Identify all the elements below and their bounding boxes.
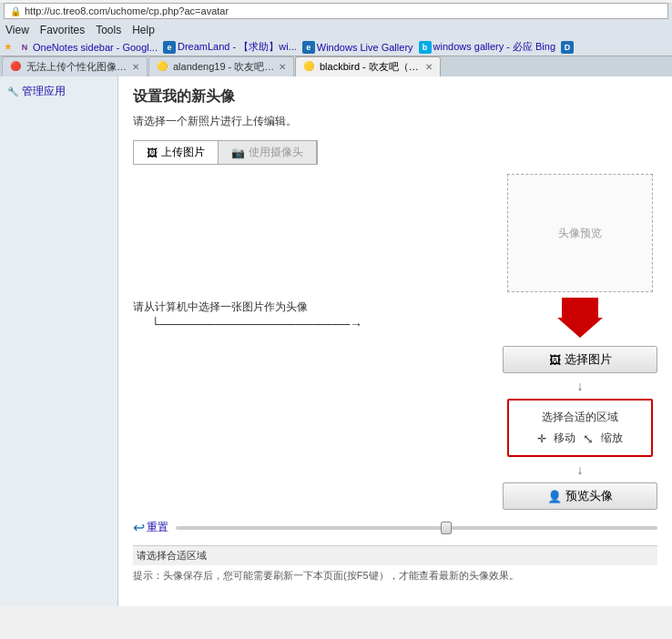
hint-area: 请从计算机中选择一张图片作为头像 └─────────────────────→ [133, 299, 488, 331]
small-arrow-down: ↓ [577, 379, 584, 393]
move-icon: ✛ [537, 432, 546, 445]
select-image-button[interactable]: 🖼 选择图片 [503, 346, 657, 373]
reset-text: 重置 [147, 520, 168, 535]
bookmark-bing-label: windows gallery - 必应 Bing [433, 40, 556, 54]
tab-alandeng-icon: 🟡 [157, 61, 169, 74]
region-controls: ✛ 移动 ⤡ 缩放 [518, 431, 642, 446]
address-text[interactable]: http://uc.treo8.com/uchome/cp.php?ac=ava… [25, 5, 229, 16]
tabs-bar: 🔴 无法上传个性化图像 - 站... ✕ 🟡 alandeng19 - 吹友吧（… [0, 56, 672, 76]
bookmark-wlg-label: Windows Live Gallery [317, 42, 413, 53]
upload-left: 请从计算机中选择一张图片作为头像 └─────────────────────→ [133, 174, 488, 401]
manage-apps-label: 管理应用 [22, 84, 66, 99]
bookmark-bing[interactable]: b windows gallery - 必应 Bing [419, 40, 556, 54]
tab-upload-issue-label: 无法上传个性化图像 - 站... [26, 60, 128, 74]
bookmark-onenote-label: OneNotes sidebar - Googl... [33, 42, 158, 53]
reset-icon: ↩ [133, 519, 145, 536]
bookmark-dreamland-icon: e [163, 41, 176, 54]
tab-upload-issue-icon: 🔴 [10, 61, 23, 74]
preview-label: 头像预览 [558, 226, 602, 241]
move-label: 移动 [554, 431, 575, 446]
browser-chrome: 🔒 http://uc.treo8.com/uchome/cp.php?ac=a… [0, 3, 672, 56]
svg-marker-0 [557, 298, 603, 338]
menu-bar: View Favorites Tools Help [0, 22, 672, 38]
use-camera-label: 使用摄像头 [249, 145, 303, 160]
bookmark-wlg[interactable]: e Windows Live Gallery [302, 41, 413, 54]
lock-icon: 🔒 [10, 6, 21, 16]
small-arrow-down-2: ↓ [577, 462, 584, 477]
select-image-label: 选择图片 [565, 351, 612, 368]
tab-blackbird-close[interactable]: ✕ [425, 62, 433, 72]
status-text: 请选择合适区域 [137, 550, 207, 561]
menu-favorites[interactable]: Favorites [40, 24, 85, 36]
upload-image-label: 上传图片 [161, 145, 205, 160]
address-bar[interactable]: 🔒 http://uc.treo8.com/uchome/cp.php?ac=a… [4, 3, 668, 19]
upload-main-area: 请从计算机中选择一张图片作为头像 └─────────────────────→… [133, 174, 657, 510]
zoom-label: 缩放 [601, 431, 623, 446]
slider-track[interactable] [176, 526, 657, 530]
tab-alandeng-close[interactable]: ✕ [279, 62, 286, 72]
tab-alandeng-label: alandeng19 - 吹友吧（智... [173, 60, 275, 74]
bookmark-onenote[interactable]: N OneNotes sidebar - Googl... [18, 41, 158, 54]
zoom-icon: ⤡ [583, 431, 594, 446]
tab-use-camera[interactable]: 📷 使用摄像头 [219, 141, 317, 164]
corner-arrow: └─────────────────────→ [151, 317, 362, 331]
upload-hint-text: 请从计算机中选择一张图片作为头像 [133, 299, 488, 315]
page-title: 设置我的新头像 [133, 87, 657, 106]
bookmarks-star-icon: ★ [4, 41, 13, 53]
sidebar: 🔧 管理应用 [0, 76, 118, 606]
bookmark-bing-icon: b [419, 41, 432, 54]
camera-icon: 📷 [231, 147, 245, 159]
status-bar: 请选择合适区域 [133, 545, 657, 565]
tab-blackbird-label: blackbird - 吹友吧（智能数... [320, 60, 422, 74]
hint-bottom: 提示：头像保存后，您可能需要刷新一下本页面(按F5键），才能查看最新的头像效果。 [133, 569, 657, 583]
bookmark-dreamland[interactable]: e DreamLand - 【求助】wi... [163, 40, 297, 54]
bookmark-onenote-icon: N [18, 41, 31, 54]
upload-tabs: 🖼 上传图片 📷 使用摄像头 [133, 140, 318, 165]
tab-alandeng[interactable]: 🟡 alandeng19 - 吹友吧（智... ✕ [148, 56, 294, 76]
menu-view[interactable]: View [5, 24, 29, 36]
menu-tools[interactable]: Tools [96, 24, 121, 36]
sidebar-manage-apps[interactable]: 🔧 管理应用 [4, 82, 114, 101]
tab-blackbird[interactable]: 🟡 blackbird - 吹友吧（智能数... ✕ [295, 56, 441, 76]
main-content: 设置我的新头像 请选择一个新照片进行上传编辑。 🖼 上传图片 📷 使用摄像头 请… [118, 76, 672, 606]
preview-avatar-label: 预览头像 [565, 488, 613, 504]
bookmark-dreamland-label: DreamLand - 【求助】wi... [178, 40, 297, 54]
reset-area: ↩ 重置 [133, 517, 657, 538]
region-select-box: 选择合适的区域 ✛ 移动 ⤡ 缩放 [507, 399, 653, 457]
reset-label[interactable]: ↩ 重置 [133, 519, 168, 536]
tab-blackbird-icon: 🟡 [303, 61, 316, 74]
red-down-arrow [557, 298, 603, 338]
preview-avatar-button[interactable]: 👤 预览头像 [503, 482, 657, 510]
tab-upload-issue-close[interactable]: ✕ [132, 62, 139, 72]
preview-avatar-icon: 👤 [547, 490, 562, 503]
red-arrow-container [557, 298, 603, 340]
slider-thumb[interactable] [441, 522, 452, 534]
bookmarks-bar: ★ N OneNotes sidebar - Googl... e DreamL… [0, 38, 672, 56]
page-layout: 🔧 管理应用 设置我的新头像 请选择一个新照片进行上传编辑。 🖼 上传图片 📷 … [0, 76, 672, 606]
upload-right: 头像预览 🖼 选择图片 ↓ 选择合适的区域 [503, 174, 657, 510]
select-image-icon: 🖼 [549, 353, 561, 367]
bookmark-wlg-icon: e [302, 41, 315, 54]
manage-apps-icon: 🔧 [7, 86, 18, 96]
upload-image-icon: 🖼 [147, 147, 158, 159]
tab-upload-issue[interactable]: 🔴 无法上传个性化图像 - 站... ✕ [2, 56, 148, 76]
bookmark-d-icon: D [561, 41, 574, 54]
arrow-container: └─────────────────────→ [133, 317, 488, 331]
tab-upload-image[interactable]: 🖼 上传图片 [134, 141, 219, 164]
region-title: 选择合适的区域 [518, 410, 642, 425]
menu-help[interactable]: Help [132, 24, 155, 36]
preview-box: 头像预览 [507, 174, 653, 292]
subtitle: 请选择一个新照片进行上传编辑。 [133, 114, 657, 129]
bookmark-d[interactable]: D [561, 41, 574, 54]
